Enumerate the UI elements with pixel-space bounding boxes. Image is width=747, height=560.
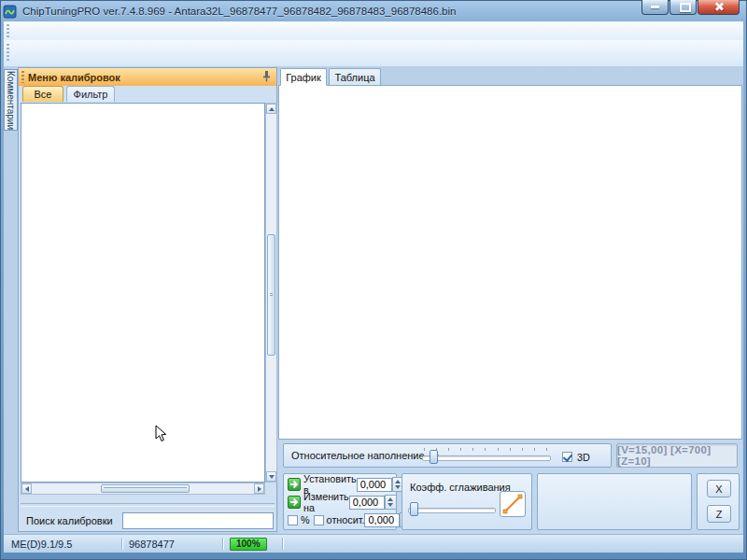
status-bar: ME(D)9.1/9.5 96878477 100% — [4, 534, 743, 553]
file-id-label: 96878477 — [129, 539, 222, 550]
panel-grip — [21, 71, 24, 83]
scroll-down-button[interactable] — [266, 471, 276, 482]
application-window: ChipTuningPRO ver.7.4.8.969 - Antara32L_… — [0, 0, 747, 560]
relative-row: % относит. — [288, 512, 392, 527]
z-axis-button[interactable]: Z — [707, 505, 731, 523]
ecu-label: ME(D)9.1/9.5 — [11, 539, 121, 550]
panel-divider — [21, 503, 275, 507]
fill-control-group: Относительное наполнение, % 3D — [283, 443, 612, 468]
calibration-panel: Меню калибровок Все Фильтр Поиск калибро… — [18, 67, 277, 532]
value-edit-group: Установить в Изменить на % относит. — [283, 473, 397, 530]
menu-bar — [4, 21, 743, 41]
toolbar-grip — [7, 44, 9, 63]
title-bar[interactable]: ChipTuningPRO ver.7.4.8.969 - Antara32L_… — [3, 2, 744, 21]
tab-filter[interactable]: Фильтр — [66, 86, 115, 102]
scroll-left-button[interactable] — [21, 483, 32, 494]
percent-checkbox[interactable] — [288, 515, 298, 525]
close-button[interactable] — [698, 0, 740, 15]
change-value-row: Изменить на — [288, 495, 392, 510]
calibration-tree — [21, 103, 265, 483]
chart-area[interactable] — [278, 85, 742, 440]
relative-label: относит. — [327, 514, 365, 525]
change-value-spinner[interactable] — [385, 495, 397, 510]
scroll-right-button[interactable] — [254, 483, 264, 494]
comments-side-tab[interactable]: Комментарии — [4, 69, 18, 131]
apply-set-button[interactable] — [288, 478, 301, 491]
smoothing-slider-track[interactable] — [408, 508, 496, 513]
search-input[interactable] — [122, 512, 274, 529]
relative-value-input[interactable] — [364, 513, 400, 527]
menu-grip — [7, 24, 9, 37]
search-label: Поиск калибровки — [26, 515, 113, 526]
3d-checkbox-label: 3D — [577, 452, 590, 463]
interpolate-button[interactable] — [500, 491, 526, 517]
tab-all[interactable]: Все — [22, 86, 63, 102]
apply-change-button[interactable] — [288, 496, 301, 509]
axis-buttons-group: X Z — [697, 473, 740, 530]
coordinate-readout: [V=15,00] [X=700] [Z=10] — [616, 443, 738, 468]
fill-slider-track[interactable] — [422, 455, 551, 461]
search-row: Поиск калибровки — [19, 511, 276, 531]
pin-icon[interactable] — [261, 70, 272, 84]
fill-label: Относительное наполнение, % — [291, 450, 439, 461]
smoothing-slider-thumb[interactable] — [410, 502, 418, 516]
window-buttons — [641, 0, 740, 15]
minimize-button[interactable] — [641, 0, 669, 15]
vertical-scroll-thumb[interactable] — [267, 234, 275, 356]
calibration-panel-title: Меню калибровок — [28, 72, 120, 83]
relative-checkbox[interactable] — [314, 515, 324, 525]
window-title: ChipTuningPRO ver.7.4.8.969 - Antara32L_… — [22, 6, 456, 17]
change-value-input[interactable] — [349, 496, 385, 510]
tree-vertical-scrollbar[interactable] — [265, 103, 277, 483]
horizontal-scroll-thumb[interactable] — [101, 484, 190, 493]
fill-slider-thumb[interactable] — [430, 450, 438, 464]
display-options-group — [537, 473, 692, 530]
change-label: Изменить на — [303, 491, 349, 513]
smoothing-group: Коэфф. сглаживания — [402, 473, 532, 530]
3d-checkbox-row[interactable]: 3D — [557, 451, 590, 464]
3d-checkbox[interactable] — [562, 452, 572, 462]
tab-table[interactable]: Таблица — [329, 68, 381, 86]
scroll-up-button[interactable] — [266, 104, 276, 114]
smoothing-label: Коэфф. сглаживания — [410, 482, 511, 493]
fill-slider-ticks — [424, 448, 547, 451]
set-value-input[interactable] — [357, 478, 392, 492]
tree-horizontal-scrollbar[interactable] — [21, 483, 265, 495]
toolbar — [4, 40, 743, 67]
percent-label: % — [301, 514, 310, 525]
app-icon — [3, 5, 17, 19]
maximize-button[interactable] — [669, 0, 697, 15]
calibration-panel-header: Меню калибровок — [19, 68, 276, 86]
x-axis-button[interactable]: X — [707, 480, 731, 497]
comments-side-tab-label: Комментарии — [6, 71, 16, 130]
tab-graph[interactable]: График — [280, 68, 327, 86]
progress-badge: 100% — [230, 538, 267, 551]
surface-chart[interactable] — [280, 87, 741, 439]
set-value-row: Установить в — [288, 477, 392, 492]
